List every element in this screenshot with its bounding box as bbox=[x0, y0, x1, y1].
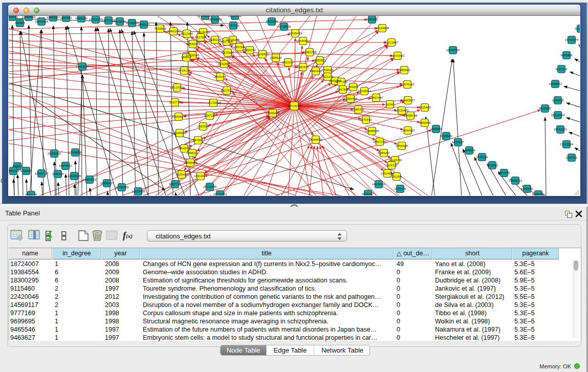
svg-text:17359938: 17359938 bbox=[69, 151, 82, 154]
svg-text:9217207: 9217207 bbox=[575, 27, 580, 30]
svg-text:9777169: 9777169 bbox=[335, 80, 347, 83]
svg-text:9699695: 9699695 bbox=[419, 121, 431, 124]
svg-text:587833: 587833 bbox=[193, 139, 204, 142]
svg-text:2718176: 2718176 bbox=[178, 69, 190, 72]
svg-text:8990448: 8990448 bbox=[310, 70, 322, 73]
svg-text:16053809: 16053809 bbox=[208, 18, 222, 21]
svg-text:417006: 417006 bbox=[208, 101, 219, 104]
svg-text:19463627: 19463627 bbox=[401, 99, 415, 102]
svg-text:9327505: 9327505 bbox=[194, 36, 207, 39]
svg-text:12923468: 12923468 bbox=[132, 190, 145, 193]
svg-text:25711873: 25711873 bbox=[213, 193, 227, 195]
svg-text:8912954: 8912954 bbox=[181, 32, 193, 35]
svg-text:10654112: 10654112 bbox=[509, 179, 522, 182]
svg-text:3375685: 3375685 bbox=[222, 51, 234, 54]
svg-text:12213303: 12213303 bbox=[170, 86, 184, 89]
svg-text:19384554: 19384554 bbox=[309, 138, 323, 141]
svg-text:14136141: 14136141 bbox=[372, 183, 386, 186]
svg-text:16648784: 16648784 bbox=[446, 49, 460, 52]
svg-text:5822037: 5822037 bbox=[282, 61, 294, 64]
svg-text:22455603: 22455603 bbox=[22, 16, 36, 18]
svg-text:10228452: 10228452 bbox=[228, 16, 242, 17]
svg-text:12093872: 12093872 bbox=[549, 82, 562, 85]
svg-text:10653267: 10653267 bbox=[47, 16, 60, 19]
svg-text:1440954: 1440954 bbox=[430, 127, 442, 130]
svg-text:12503135: 12503135 bbox=[68, 174, 81, 178]
svg-text:2087682: 2087682 bbox=[366, 18, 378, 21]
svg-text:16543382: 16543382 bbox=[186, 42, 200, 46]
svg-text:6466160: 6466160 bbox=[75, 17, 88, 20]
svg-text:1615132: 1615132 bbox=[385, 164, 398, 167]
svg-text:8471676: 8471676 bbox=[498, 171, 510, 174]
svg-text:10120746: 10120746 bbox=[388, 159, 402, 162]
svg-text:8427512: 8427512 bbox=[221, 89, 233, 92]
svg-text:13226058: 13226058 bbox=[197, 31, 210, 34]
svg-text:13640910: 13640910 bbox=[296, 39, 310, 42]
svg-text:989017: 989017 bbox=[181, 56, 192, 59]
svg-text:16099489: 16099489 bbox=[184, 161, 198, 164]
svg-text:3498222: 3498222 bbox=[186, 151, 199, 155]
svg-text:3267110: 3267110 bbox=[204, 114, 216, 117]
svg-text:16210643: 16210643 bbox=[551, 114, 565, 117]
svg-text:140557: 140557 bbox=[15, 21, 26, 25]
svg-text:17016504: 17016504 bbox=[560, 143, 574, 146]
svg-text:10807487: 10807487 bbox=[369, 96, 383, 99]
svg-text:7625402: 7625402 bbox=[176, 173, 188, 176]
svg-text:16958127: 16958127 bbox=[100, 182, 114, 185]
svg-text:2935114: 2935114 bbox=[476, 156, 489, 159]
svg-text:13654923: 13654923 bbox=[401, 129, 415, 132]
svg-text:9660124: 9660124 bbox=[167, 30, 180, 33]
svg-text:252254: 252254 bbox=[391, 175, 402, 178]
svg-text:9529966: 9529966 bbox=[560, 54, 573, 57]
svg-text:18807249: 18807249 bbox=[373, 140, 387, 143]
svg-text:1156829: 1156829 bbox=[20, 169, 33, 172]
svg-text:1362615: 1362615 bbox=[297, 65, 309, 69]
svg-text:1244415: 1244415 bbox=[552, 99, 564, 102]
svg-text:7485063: 7485063 bbox=[398, 69, 410, 72]
svg-text:8215955: 8215955 bbox=[539, 107, 551, 110]
svg-text:3915911: 3915911 bbox=[9, 169, 19, 172]
svg-text:10973493: 10973493 bbox=[391, 54, 405, 57]
svg-text:335051: 335051 bbox=[12, 165, 23, 168]
svg-text:10688609: 10688609 bbox=[365, 129, 379, 133]
svg-text:8489709: 8489709 bbox=[532, 193, 545, 195]
svg-text:1621072: 1621072 bbox=[321, 75, 334, 78]
svg-text:21053346: 21053346 bbox=[76, 65, 90, 68]
svg-text:1839221: 1839221 bbox=[138, 23, 150, 26]
svg-text:12975115: 12975115 bbox=[401, 83, 415, 86]
svg-text:7632621: 7632621 bbox=[486, 164, 498, 167]
svg-text:2803144: 2803144 bbox=[214, 75, 226, 78]
svg-text:18724007: 18724007 bbox=[288, 104, 301, 107]
svg-text:62160: 62160 bbox=[386, 103, 395, 106]
svg-text:9756928: 9756928 bbox=[396, 144, 408, 147]
svg-text:16914479: 16914479 bbox=[194, 174, 208, 178]
svg-text:7986372: 7986372 bbox=[352, 108, 364, 111]
svg-text:746266: 746266 bbox=[348, 85, 359, 89]
svg-text:1610755: 1610755 bbox=[169, 101, 181, 104]
svg-text:23706266: 23706266 bbox=[226, 38, 240, 41]
svg-text:(x): (x) bbox=[126, 233, 133, 239]
svg-text:7163822: 7163822 bbox=[154, 27, 166, 30]
svg-text:4735650: 4735650 bbox=[126, 21, 138, 25]
svg-text:9245652: 9245652 bbox=[521, 187, 533, 190]
svg-text:16245514: 16245514 bbox=[358, 90, 372, 93]
svg-text:8454749: 8454749 bbox=[244, 49, 256, 52]
svg-text:17957253: 17957253 bbox=[83, 178, 97, 181]
svg-text:8813054: 8813054 bbox=[266, 20, 278, 23]
svg-text:6794028: 6794028 bbox=[321, 69, 334, 72]
svg-text:19218506: 19218506 bbox=[277, 25, 291, 28]
svg-text:12213967: 12213967 bbox=[385, 41, 399, 44]
svg-text:12942737: 12942737 bbox=[35, 172, 49, 175]
svg-text:1145194: 1145194 bbox=[52, 172, 64, 176]
svg-text:5682115: 5682115 bbox=[26, 193, 38, 195]
svg-text:2588520: 2588520 bbox=[270, 56, 282, 59]
svg-text:9146821: 9146821 bbox=[256, 53, 269, 56]
svg-text:16782759: 16782759 bbox=[115, 186, 129, 189]
svg-text:9242848: 9242848 bbox=[218, 62, 230, 65]
svg-text:9227342: 9227342 bbox=[555, 68, 568, 71]
svg-text:20691406: 20691406 bbox=[35, 20, 49, 23]
svg-text:9857791: 9857791 bbox=[169, 183, 181, 186]
svg-text:10025433: 10025433 bbox=[395, 109, 409, 112]
svg-text:19975867: 19975867 bbox=[59, 164, 73, 167]
svg-text:19166825: 19166825 bbox=[173, 132, 187, 135]
